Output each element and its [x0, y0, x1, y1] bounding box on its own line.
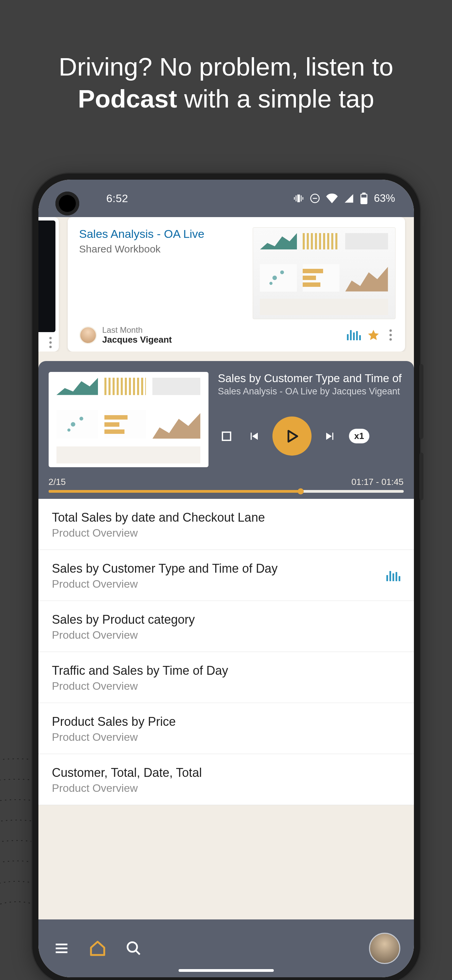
- status-bar: 6:52 63%: [38, 180, 414, 217]
- progress-slider[interactable]: [49, 490, 404, 493]
- episode-subtitle: Product Overview: [52, 629, 400, 641]
- battery-percentage: 63%: [374, 192, 395, 205]
- now-playing-icon: [386, 571, 400, 581]
- workbook-author: Jacques Vigeant: [102, 335, 341, 345]
- now-playing-icon: [347, 330, 361, 340]
- episode-item[interactable]: Sales by Customer Type and Time of DayPr…: [38, 550, 414, 601]
- workbook-card[interactable]: Sales Analysis - OA Live Shared Workbook…: [68, 217, 405, 352]
- episode-title: Traffic and Sales by Time of Day: [52, 663, 400, 678]
- marketing-headline: Driving? No problem, listen to Podcast w…: [0, 51, 452, 115]
- vibrate-icon: [293, 193, 304, 204]
- signal-icon: [344, 193, 354, 204]
- gesture-bar: [179, 969, 274, 972]
- svg-point-13: [127, 942, 137, 952]
- episode-item[interactable]: Total Sales by date and Checkout LanePro…: [38, 499, 414, 550]
- profile-avatar[interactable]: [369, 933, 400, 964]
- player-subtitle: Sales Analysis - OA Live by Jacques Vige…: [218, 386, 404, 397]
- episode-item[interactable]: Customer, Total, Date, TotalProduct Over…: [38, 754, 414, 805]
- workbook-modified: Last Month: [102, 325, 341, 335]
- track-time: 01:17 - 01:45: [351, 477, 403, 487]
- more-icon[interactable]: [386, 329, 395, 340]
- workbook-thumbnail: [253, 227, 395, 319]
- wifi-icon: [326, 193, 338, 204]
- next-button[interactable]: [322, 428, 339, 445]
- author-avatar: [79, 326, 97, 344]
- previous-button[interactable]: [245, 428, 262, 445]
- home-button[interactable]: [88, 939, 107, 958]
- front-camera: [56, 192, 79, 215]
- episode-title: Sales by Customer Type and Time of Day: [52, 562, 379, 576]
- workbook-card-previous[interactable]: [38, 217, 59, 352]
- phone-frame: 6:52 63%: [32, 173, 420, 980]
- status-time: 6:52: [106, 192, 128, 205]
- episode-subtitle: Product Overview: [52, 782, 400, 795]
- player-title: Sales by Customer Type and Time of Day: [218, 372, 404, 385]
- episode-title: Customer, Total, Date, Total: [52, 765, 400, 780]
- episode-title: Product Sales by Price: [52, 714, 400, 729]
- svg-rect-10: [362, 192, 366, 194]
- episode-subtitle: Product Overview: [52, 578, 379, 590]
- bottom-nav: [38, 920, 414, 977]
- episode-item[interactable]: Traffic and Sales by Time of DayProduct …: [38, 652, 414, 703]
- track-position: 2/15: [49, 477, 66, 487]
- more-icon[interactable]: [46, 337, 56, 348]
- episode-list: Total Sales by date and Checkout LanePro…: [38, 499, 414, 805]
- episode-item[interactable]: Product Sales by PriceProduct Overview: [38, 703, 414, 754]
- workbook-carousel[interactable]: Sales Analysis - OA Live Shared Workbook…: [38, 217, 414, 352]
- svg-rect-11: [362, 195, 366, 198]
- episode-subtitle: Product Overview: [52, 731, 400, 743]
- workbook-title: Sales Analysis - OA Live: [79, 227, 244, 240]
- battery-icon: [360, 192, 368, 204]
- episode-item[interactable]: Sales by Product categoryProduct Overvie…: [38, 601, 414, 652]
- podcast-player: Sales by Customer Type and Time of Day S…: [38, 361, 414, 499]
- search-button[interactable]: [124, 939, 143, 958]
- stop-button[interactable]: [218, 428, 235, 445]
- star-filled-icon[interactable]: [366, 328, 381, 342]
- playback-speed-button[interactable]: x1: [349, 429, 370, 443]
- episode-subtitle: Product Overview: [52, 680, 400, 692]
- episode-title: Sales by Product category: [52, 612, 400, 627]
- dnd-icon: [310, 193, 320, 204]
- episode-subtitle: Product Overview: [52, 527, 400, 539]
- play-button[interactable]: [273, 417, 312, 456]
- workbook-subtitle: Shared Workbook: [79, 243, 244, 255]
- workbook-thumbnail: [38, 221, 56, 332]
- episode-title: Total Sales by date and Checkout Lane: [52, 511, 400, 525]
- menu-button[interactable]: [52, 939, 71, 958]
- player-thumbnail: [49, 372, 208, 467]
- svg-rect-12: [222, 432, 231, 440]
